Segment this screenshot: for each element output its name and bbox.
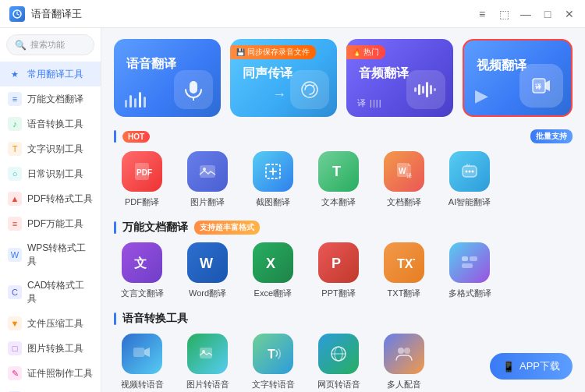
- tool-icon-web-audio: [318, 334, 359, 374]
- tool-label-ai: AI智能翻译: [448, 196, 491, 208]
- tool-label-text-audio: 文字转语音: [252, 379, 295, 390]
- sidebar-label-pdf-convert: PDF转格式工具: [27, 192, 93, 206]
- tool-icon-img-audio: [187, 334, 228, 374]
- svg-point-42: [398, 348, 404, 354]
- tool-icon-txt: TXT: [384, 242, 424, 283]
- section-bar-common: [114, 130, 116, 143]
- tool-icon-screenshot: [253, 151, 293, 192]
- tool-item-dubbing[interactable]: 多人配音: [376, 334, 432, 390]
- svg-rect-32: [462, 256, 468, 261]
- tool-label-text: 文本翻译: [321, 196, 356, 208]
- tool-icon-text: T: [318, 151, 359, 192]
- sidebar-item-common[interactable]: ★ 常用翻译工具: [0, 62, 101, 87]
- sidebar-label-cert: 证件照制作工具: [27, 367, 93, 380]
- tool-item-text-audio[interactable]: T 文字转语音: [245, 334, 301, 390]
- svg-text:译: 译: [406, 173, 412, 178]
- tool-grid-waneng: 文 文言文翻译 W Word翻译 X Excel: [114, 242, 573, 299]
- svg-rect-6: [422, 86, 424, 94]
- tool-icon-word: W: [187, 242, 228, 283]
- banner-voice[interactable]: 语音翻译: [114, 39, 221, 117]
- svg-text:W: W: [399, 167, 406, 175]
- sidebar-item-video-repair[interactable]: ▶ 视频修复工具: [0, 386, 101, 392]
- tool-icon-classical: 文: [122, 242, 162, 283]
- tool-item-pdf[interactable]: PDF PDF翻译: [114, 151, 170, 208]
- tool-label-txt: TXT翻译: [388, 288, 421, 299]
- sidebar-icon-cad: C: [8, 285, 22, 299]
- tool-item-multi[interactable]: 多格式翻译: [441, 242, 498, 299]
- svg-rect-36: [200, 348, 212, 358]
- tool-item-img-audio[interactable]: 图片转语音: [179, 334, 236, 390]
- sidebar-icon-pdf-all: ≡: [8, 217, 22, 231]
- window-controls: ≡ ⬚ — □ ✕: [476, 8, 576, 20]
- svg-text:AI: AI: [466, 163, 470, 168]
- sidebar-item-voice-tool[interactable]: ♪ 语音转换工具: [0, 111, 101, 136]
- tool-icon-ai: AI: [449, 151, 490, 192]
- tool-item-text[interactable]: T 文本翻译: [310, 151, 367, 208]
- sidebar-icon-img-convert: □: [8, 341, 22, 355]
- tool-label-multi: 多格式翻译: [448, 288, 491, 299]
- svg-text:P: P: [332, 256, 341, 271]
- svg-text:X: X: [266, 256, 275, 271]
- svg-rect-33: [470, 256, 477, 261]
- tool-icon-dubbing: [384, 334, 424, 374]
- sidebar-item-wps[interactable]: W WPS转格式工具: [0, 236, 101, 274]
- tool-item-screenshot[interactable]: 截图翻译: [245, 151, 301, 208]
- sidebar-label-voice-tool: 语音转换工具: [27, 118, 83, 131]
- sidebar-item-waneng[interactable]: ≡ 万能文档翻译: [0, 87, 101, 111]
- tool-item-excel[interactable]: X Excel翻译: [245, 242, 301, 299]
- sidebar-item-daily[interactable]: ○ 日常识别工具: [0, 161, 101, 186]
- app-download-icon: 📱: [502, 361, 515, 373]
- svg-rect-35: [133, 348, 144, 357]
- sidebar-item-ocr[interactable]: T 文字识别工具: [0, 136, 101, 161]
- sidebar-item-cad[interactable]: C CAD转格式工具: [0, 274, 101, 311]
- search-box[interactable]: 🔍 搜索功能: [6, 34, 94, 55]
- sidebar-item-cert[interactable]: ✎ 证件照制作工具: [0, 361, 101, 386]
- banner-audio[interactable]: 🔥 热门 音频翻译 译 ||||: [346, 39, 453, 117]
- banner-video[interactable]: 视频翻译 译 ▶: [463, 39, 573, 117]
- tool-icon-multi: [449, 242, 490, 283]
- sidebar-label-img-convert: 图片转换工具: [27, 342, 83, 355]
- close-button[interactable]: ✕: [563, 8, 576, 20]
- sidebar-icon-common: ★: [8, 67, 22, 81]
- tool-icon-img: [187, 151, 228, 192]
- svg-rect-7: [426, 82, 428, 97]
- sidebar-icon-daily: ○: [8, 167, 22, 181]
- svg-text:译: 译: [535, 83, 542, 90]
- svg-text:W: W: [200, 256, 213, 271]
- search-icon: 🔍: [15, 40, 27, 51]
- app-download-button[interactable]: 📱 APP下载: [490, 353, 573, 380]
- tool-item-img[interactable]: 图片翻译: [179, 151, 236, 208]
- banner-sync-tag: 💾 同步保存录音文件: [230, 45, 316, 59]
- menu-icon[interactable]: ≡: [476, 8, 488, 20]
- svg-point-23: [466, 171, 468, 173]
- svg-point-25: [472, 171, 474, 173]
- sidebar-item-pdf-all[interactable]: ≡ PDF万能工具: [0, 211, 101, 236]
- sidebar-item-img-convert[interactable]: □ 图片转换工具: [0, 336, 101, 361]
- tool-item-doc[interactable]: W 译 文档翻译: [376, 151, 432, 208]
- tool-label-word: Word翻译: [189, 288, 226, 299]
- sidebar-label-daily: 日常识别工具: [27, 168, 83, 181]
- tool-icon-doc: W 译: [384, 151, 424, 192]
- svg-text:TXT: TXT: [397, 257, 415, 270]
- tool-item-ai[interactable]: AI AI智能翻译: [441, 151, 498, 208]
- tool-item-ppt[interactable]: P PPT翻译: [310, 242, 367, 299]
- svg-rect-34: [462, 263, 473, 268]
- section-title-waneng: 万能文档翻译: [122, 221, 188, 235]
- sidebar-icon-ocr: T: [8, 142, 22, 156]
- tool-item-txt[interactable]: TXT TXT翻译: [376, 242, 432, 299]
- sidebar-item-pdf-convert[interactable]: ▲ PDF转格式工具: [0, 186, 101, 211]
- tool-item-web-audio[interactable]: 网页转语音: [310, 334, 367, 390]
- banner-audio-icon: [406, 70, 445, 109]
- svg-rect-5: [418, 84, 420, 95]
- minimize-button[interactable]: —: [519, 8, 532, 20]
- banner-sync[interactable]: 💾 同步保存录音文件 同声传译 →: [230, 39, 337, 117]
- settings-icon[interactable]: ⬚: [498, 8, 510, 20]
- svg-rect-1: [190, 81, 197, 94]
- section-bar-waneng: [114, 221, 116, 234]
- tool-item-word[interactable]: W Word翻译: [179, 242, 236, 299]
- sidebar-item-compress[interactable]: ▼ 文件压缩工具: [0, 311, 101, 336]
- tool-item-video-audio[interactable]: 视频转语音: [114, 334, 170, 390]
- tool-icon-text-audio: T: [253, 334, 293, 374]
- tool-item-classical[interactable]: 文 文言文翻译: [114, 242, 170, 299]
- maximize-button[interactable]: □: [541, 8, 554, 20]
